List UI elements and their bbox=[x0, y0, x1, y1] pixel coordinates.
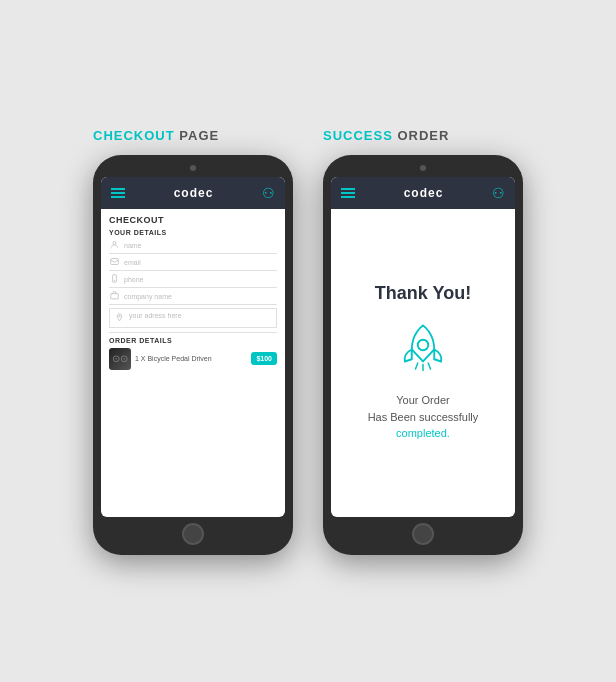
order-item: ⊙⊙ 1 X Bicycle Pedal Driven $100 bbox=[109, 348, 277, 370]
address-icon bbox=[114, 313, 124, 324]
checkout-highlight: CHECKOUT bbox=[93, 128, 175, 143]
checkout-section-title: CHECKOUT PAGE bbox=[93, 128, 219, 143]
hamburger-icon[interactable] bbox=[111, 188, 125, 198]
company-field-group: company name bbox=[109, 291, 277, 305]
hamburger-line bbox=[341, 196, 355, 198]
home-button[interactable] bbox=[182, 523, 204, 545]
order-price: $100 bbox=[251, 352, 277, 365]
success-content: Thank You! Your Order Has Been successfu… bbox=[331, 209, 515, 517]
your-details-label: YOUR DETAILS bbox=[109, 229, 277, 236]
success-hamburger-icon[interactable] bbox=[341, 188, 355, 198]
thank-you-heading: Thank You! bbox=[375, 283, 471, 304]
hamburger-line bbox=[341, 188, 355, 190]
success-phone-screen: codec ⚇ Thank You! Your Order bbox=[331, 177, 515, 517]
phone-camera-right bbox=[420, 165, 426, 171]
hamburger-line bbox=[111, 188, 125, 190]
phone-icon bbox=[109, 274, 119, 285]
success-user-icon[interactable]: ⚇ bbox=[492, 185, 505, 201]
company-input[interactable]: company name bbox=[124, 293, 277, 300]
phone-bottom bbox=[101, 523, 285, 545]
rocket-icon bbox=[393, 318, 453, 378]
success-phone: codec ⚇ Thank You! Your Order bbox=[323, 155, 523, 555]
hamburger-line bbox=[341, 192, 355, 194]
order-description: 1 X Bicycle Pedal Driven bbox=[135, 355, 247, 362]
phone-camera bbox=[190, 165, 196, 171]
section-divider bbox=[109, 332, 277, 333]
success-message: Your Order Has Been successfully complet… bbox=[368, 392, 479, 442]
svg-point-3 bbox=[114, 280, 115, 281]
svg-point-6 bbox=[418, 340, 429, 351]
success-line3: completed. bbox=[396, 427, 450, 439]
email-icon bbox=[109, 257, 119, 268]
email-input[interactable]: email bbox=[124, 259, 277, 266]
success-phone-bottom bbox=[331, 523, 515, 545]
order-details-label: ORDER DETAILS bbox=[109, 337, 277, 344]
glasses-icon: ⊙⊙ bbox=[112, 353, 128, 364]
success-home-button[interactable] bbox=[412, 523, 434, 545]
order-thumb: ⊙⊙ bbox=[109, 348, 131, 370]
success-line2: Has Been successfully bbox=[368, 411, 479, 423]
phone-field-group: phone bbox=[109, 274, 277, 288]
email-field-group: email bbox=[109, 257, 277, 271]
svg-line-9 bbox=[428, 363, 430, 369]
address-input[interactable]: your adress here bbox=[129, 312, 272, 319]
success-highlight: SUCCESS bbox=[323, 128, 393, 143]
order-thumb-img: ⊙⊙ bbox=[109, 348, 131, 370]
checkout-scroll-content[interactable]: CHECKOUT YOUR DETAILS name bbox=[101, 209, 285, 517]
svg-rect-4 bbox=[110, 293, 118, 298]
name-field-group: name bbox=[109, 240, 277, 254]
success-app-header: codec ⚇ bbox=[331, 177, 515, 209]
phone-input[interactable]: phone bbox=[124, 276, 277, 283]
checkout-phone-screen: codec ⚇ CHECKOUT YOUR DETAILS name bbox=[101, 177, 285, 517]
checkout-section: CHECKOUT PAGE codec ⚇ CHECKOUT YOUR DETA… bbox=[93, 128, 293, 555]
checkout-app-header: codec ⚇ bbox=[101, 177, 285, 209]
name-icon bbox=[109, 240, 119, 251]
phone-top-bar-right bbox=[331, 165, 515, 171]
checkout-phone: codec ⚇ CHECKOUT YOUR DETAILS name bbox=[93, 155, 293, 555]
name-input[interactable]: name bbox=[124, 242, 277, 249]
checkout-app-logo: codec bbox=[174, 186, 214, 200]
svg-rect-1 bbox=[110, 258, 118, 264]
svg-point-0 bbox=[113, 241, 116, 244]
address-field-group: your adress here bbox=[109, 308, 277, 328]
checkout-page-title: CHECKOUT bbox=[109, 215, 277, 225]
user-icon[interactable]: ⚇ bbox=[262, 185, 275, 201]
success-line1: Your Order bbox=[396, 394, 449, 406]
success-section-title: SUCCESS ORDER bbox=[323, 128, 449, 143]
svg-point-5 bbox=[118, 315, 120, 317]
success-app-logo: codec bbox=[404, 186, 444, 200]
hamburger-line bbox=[111, 192, 125, 194]
company-icon bbox=[109, 291, 119, 302]
phone-top-bar bbox=[101, 165, 285, 171]
success-section: SUCCESS ORDER codec ⚇ Thank You! bbox=[323, 128, 523, 555]
hamburger-line bbox=[111, 196, 125, 198]
svg-line-7 bbox=[416, 363, 418, 369]
